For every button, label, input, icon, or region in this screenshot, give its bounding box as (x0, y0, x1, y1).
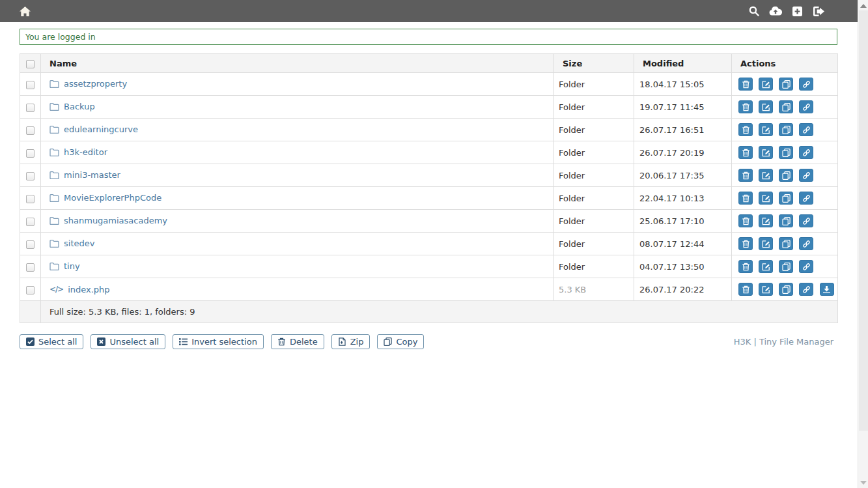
rename-item-button[interactable] (759, 169, 773, 182)
page-scrollbar[interactable] (858, 0, 868, 488)
select-all-button[interactable]: Select all (20, 334, 83, 349)
copy-item-button[interactable] (779, 260, 793, 273)
code-file-icon: </> (49, 285, 63, 294)
copy-item-button[interactable] (779, 237, 793, 250)
unselect-all-button[interactable]: Unselect all (91, 334, 165, 349)
delete-item-button[interactable] (738, 169, 753, 182)
item-link[interactable]: </> h3k-editor (49, 147, 107, 157)
item-modified: 25.06.17 17:10 (634, 210, 732, 233)
rename-item-button[interactable] (759, 100, 773, 113)
item-modified: 26.07.17 20:19 (634, 141, 732, 164)
edit-icon (762, 217, 770, 225)
copy-item-button[interactable] (779, 78, 793, 91)
row-checkbox[interactable] (26, 149, 35, 158)
rename-item-button[interactable] (759, 237, 773, 250)
logout-button[interactable] (811, 3, 826, 19)
item-link[interactable]: </> tiny (49, 261, 80, 271)
delete-item-button[interactable] (738, 78, 753, 91)
row-checkbox[interactable] (26, 286, 35, 294)
home-button[interactable] (17, 3, 33, 19)
rename-item-button[interactable] (759, 214, 773, 227)
row-checkbox[interactable] (26, 263, 35, 272)
scrollbar-thumb[interactable] (859, 10, 868, 431)
delete-button[interactable]: Delete (271, 334, 324, 349)
rename-item-button[interactable] (759, 123, 773, 136)
select-all-checkbox[interactable] (26, 60, 35, 68)
link-icon (802, 149, 811, 157)
item-name: h3k-editor (64, 147, 107, 157)
delete-item-button[interactable] (738, 283, 753, 296)
item-size: Folder (554, 119, 634, 141)
brand-link[interactable]: H3K (734, 337, 751, 347)
row-checkbox[interactable] (26, 195, 35, 203)
download-button[interactable] (820, 283, 834, 296)
item-link[interactable]: </> Backup (49, 102, 95, 111)
scroll-up-arrow[interactable] (860, 4, 867, 8)
rename-item-button[interactable] (759, 146, 773, 159)
invert-selection-button[interactable]: Invert selection (173, 334, 264, 349)
item-name: sitedev (64, 238, 94, 248)
item-link[interactable]: </> mini3-master (49, 170, 120, 180)
item-link[interactable]: </> index.php (49, 285, 110, 294)
item-link[interactable]: </> edulearningcurve (49, 124, 138, 134)
direct-link-button[interactable] (799, 283, 813, 296)
copy-button[interactable]: Copy (377, 334, 424, 349)
rename-item-button[interactable] (759, 283, 773, 296)
direct-link-button[interactable] (799, 260, 813, 273)
link-icon (802, 80, 811, 89)
copy-item-button[interactable] (779, 100, 793, 113)
item-link[interactable]: </> shanmugamiasacademy (49, 216, 167, 225)
direct-link-button[interactable] (799, 214, 813, 227)
copy-item-button[interactable] (779, 214, 793, 227)
copy-icon (782, 217, 791, 225)
item-link[interactable]: </> MovieExplorerPhpCode (49, 193, 161, 203)
direct-link-button[interactable] (799, 237, 813, 250)
bottom-row: Select all Unselect all Invert selection (20, 334, 837, 349)
edit-icon (762, 263, 770, 271)
row-checkbox[interactable] (26, 126, 35, 135)
rename-item-button[interactable] (759, 192, 773, 205)
copy-item-button[interactable] (779, 283, 793, 296)
row-checkbox[interactable] (26, 172, 35, 180)
delete-item-button[interactable] (738, 123, 753, 136)
item-name: mini3-master (64, 170, 120, 180)
summary-row: Full size: 5.3 KB, files: 1, folders: 9 (20, 301, 838, 323)
copy-item-button[interactable] (779, 169, 793, 182)
archive-file-icon (338, 337, 346, 346)
direct-link-button[interactable] (799, 100, 813, 113)
direct-link-button[interactable] (799, 78, 813, 91)
delete-item-button[interactable] (738, 146, 753, 159)
file-manager-page: You are logged in Name Size Modified Act… (0, 0, 868, 488)
row-checkbox[interactable] (26, 240, 35, 249)
item-modified: 19.07.17 11:45 (634, 96, 732, 119)
copy-item-button[interactable] (779, 123, 793, 136)
upload-button[interactable] (768, 3, 783, 19)
search-button[interactable] (746, 3, 762, 19)
delete-item-button[interactable] (738, 237, 753, 250)
rename-item-button[interactable] (759, 260, 773, 273)
direct-link-button[interactable] (799, 123, 813, 136)
direct-link-button[interactable] (799, 169, 813, 182)
zip-button[interactable]: Zip (331, 334, 371, 349)
delete-item-button[interactable] (738, 214, 753, 227)
new-item-button[interactable] (789, 3, 805, 19)
item-link[interactable]: </> sitedev (49, 238, 94, 248)
delete-item-button[interactable] (738, 260, 753, 273)
copy-item-button[interactable] (779, 192, 793, 205)
direct-link-button[interactable] (799, 146, 813, 159)
item-size: Folder (554, 73, 634, 96)
scroll-down-arrow[interactable] (860, 481, 867, 485)
rename-item-button[interactable] (759, 78, 773, 91)
table-row: </> assetzproperty Folder 18.04.17 15:05 (20, 73, 838, 96)
row-checkbox[interactable] (26, 104, 35, 112)
copy-icon (782, 263, 791, 271)
row-checkbox[interactable] (26, 81, 35, 89)
app-name: Tiny File Manager (759, 337, 833, 347)
direct-link-button[interactable] (799, 192, 813, 205)
copy-icon (782, 285, 791, 294)
item-link[interactable]: </> assetzproperty (49, 79, 127, 89)
delete-item-button[interactable] (738, 192, 753, 205)
copy-item-button[interactable] (779, 146, 793, 159)
delete-item-button[interactable] (738, 100, 753, 113)
row-checkbox[interactable] (26, 218, 35, 226)
